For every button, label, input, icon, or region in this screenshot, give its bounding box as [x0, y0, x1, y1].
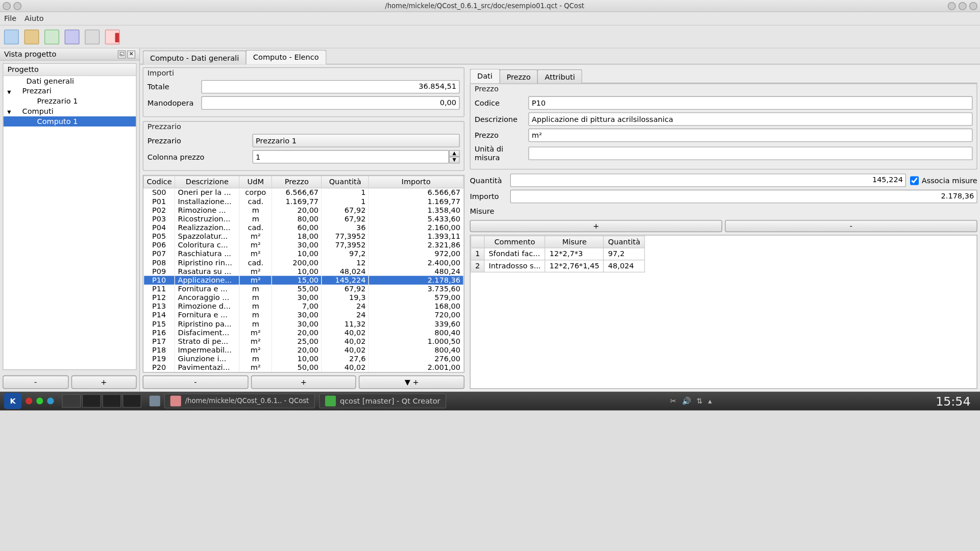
input-codice[interactable]	[528, 96, 972, 110]
table-row[interactable]: P01Installazione...cad.1.169,7711.169,77	[144, 197, 463, 206]
table-row[interactable]: P19Giunzione i...m10,0027,6276,00	[144, 355, 463, 363]
tree-item-prezzario1[interactable]: Prezzario 1	[4, 96, 136, 107]
exit-icon[interactable]	[105, 29, 120, 44]
col-importo[interactable]: Importo	[369, 176, 463, 188]
col-quantita[interactable]: Quantità	[322, 176, 369, 188]
menu-help[interactable]: Aiuto	[24, 14, 44, 23]
taskbar: K /home/mickele/QCost_0.6.1.. - QCost qc…	[0, 391, 980, 410]
open-icon[interactable]	[24, 29, 39, 44]
spin-up-icon[interactable]: ▲	[449, 150, 460, 157]
row-add-button[interactable]: +	[251, 375, 356, 389]
misure-row[interactable]: 2Intradosso s...12*2,76*1,4548,024	[471, 260, 644, 272]
label-prezzario: Prezzario	[148, 136, 249, 145]
misure-table[interactable]: Commento Misure Quantità 1Sfondati fac..…	[470, 235, 977, 389]
col-prezzo[interactable]: Prezzo	[272, 176, 322, 188]
menubar: File Aiuto	[0, 12, 980, 26]
col-codice[interactable]: Codice	[144, 176, 175, 188]
checkbox-associa-misure[interactable]	[910, 176, 919, 185]
table-row[interactable]: P20Pavimentazi...m²50,0040,022.001,00	[144, 363, 463, 372]
show-desktop-icon[interactable]	[150, 395, 160, 406]
row-remove-button[interactable]: -	[143, 375, 249, 389]
spin-down-icon[interactable]: ▼	[449, 157, 460, 163]
taskbar-clock[interactable]: 15:54	[936, 394, 976, 408]
spin-colonna-prezzo[interactable]	[253, 150, 449, 163]
taskbar-app-qcost[interactable]: /home/mickele/QCost_0.6.1.. - QCost	[164, 393, 315, 408]
activity-green-icon[interactable]	[36, 397, 43, 404]
table-row[interactable]: P14Fornitura e ...m30,0024720,00	[144, 311, 463, 319]
tab-dati[interactable]: Dati	[470, 69, 500, 84]
table-row[interactable]: P18Impermeabil...m²20,0040,02800,40	[144, 346, 463, 355]
misure-row[interactable]: 1Sfondati fac...12*2,7*397,2	[471, 248, 644, 260]
dock-close-button[interactable]: ✕	[127, 50, 135, 58]
window-min-button[interactable]	[13, 2, 21, 10]
new-icon[interactable]	[4, 29, 19, 44]
tab-prezzo[interactable]: Prezzo	[499, 69, 538, 84]
dock-float-button[interactable]: ◱	[118, 50, 126, 58]
tree-item-computi[interactable]: ▾Computi	[4, 106, 136, 116]
table-row[interactable]: P03Ricostruzion...m80,0067,925.433,60	[144, 215, 463, 223]
group-importi: Importi Totale 36.854,51 Manodopera 0,00	[143, 67, 464, 117]
misure-remove-button[interactable]: -	[725, 220, 977, 232]
window-close-button[interactable]	[3, 2, 11, 10]
input-prezzo[interactable]	[528, 129, 972, 142]
window-button[interactable]	[959, 2, 967, 10]
taskbar-app-qtcreator[interactable]: qcost [master] - Qt Creator	[319, 393, 446, 408]
items-table[interactable]: Codice Descrizione UdM Prezzo Quantità I…	[143, 175, 464, 373]
label-misure: Misure	[470, 206, 977, 217]
tray-scissors-icon[interactable]: ✂	[670, 396, 676, 405]
table-row[interactable]: P11Fornitura e ...m55,0067,923.735,60	[144, 285, 463, 293]
table-row[interactable]: P05Spazzolatur...m²18,0077,39521.393,11	[144, 232, 463, 241]
table-row[interactable]: P10Applicazione...m²15,00145,2242.178,36	[144, 276, 463, 285]
tab-elenco[interactable]: Computo - Elenco	[246, 50, 326, 65]
tree-item-dati-generali[interactable]: Dati generali	[4, 76, 136, 86]
menu-file[interactable]: File	[4, 14, 16, 23]
tray-volume-icon[interactable]: 🔊	[682, 396, 691, 405]
table-row[interactable]: P17Strato di pe...m²25,0040,021.000,50	[144, 337, 463, 346]
expand-icon[interactable]: ▾	[6, 87, 12, 96]
tree-item-prezzari[interactable]: ▾Prezzari	[4, 86, 136, 96]
tree-remove-button[interactable]: -	[3, 375, 68, 389]
tray-network-icon[interactable]: ⇅	[697, 396, 703, 405]
field-importo: 2.178,36	[510, 190, 977, 203]
window-button[interactable]	[969, 2, 977, 10]
table-row[interactable]: P04Realizzazion...cad.60,00362.160,00	[144, 223, 463, 232]
desktop-pager[interactable]	[62, 394, 141, 408]
table-row[interactable]: P07Raschiatura ...m²10,0097,2972,00	[144, 249, 463, 258]
input-descrizione[interactable]	[528, 112, 972, 126]
import-icon[interactable]	[44, 29, 59, 44]
table-row[interactable]: P13Rimozione d...m7,0024168,00	[144, 302, 463, 311]
col-descrizione[interactable]: Descrizione	[175, 176, 240, 188]
print-icon[interactable]	[85, 29, 100, 44]
window-button[interactable]	[948, 2, 956, 10]
table-row[interactable]: P06Coloritura c...m²30,0077,39522.321,86	[144, 241, 463, 249]
col-mqta[interactable]: Quantità	[604, 236, 645, 248]
activity-red-icon[interactable]	[26, 397, 32, 404]
table-row[interactable]: P16Disfaciment...m²20,0040,02800,40	[144, 329, 463, 337]
app-icon	[325, 395, 336, 406]
table-row[interactable]: P15Ripristino pa...m30,0011,32339,60	[144, 319, 463, 328]
table-row[interactable]: P09Rasatura su ...m²10,0048,024480,24	[144, 267, 463, 276]
label-colonna-prezzo: Colonna prezzo	[148, 153, 249, 161]
project-tree[interactable]: Progetto Dati generali ▾Prezzari Prezzar…	[3, 63, 136, 370]
select-prezzario[interactable]: Prezzario 1	[253, 134, 460, 147]
tree-add-button[interactable]: +	[71, 375, 137, 389]
misure-add-button[interactable]: +	[470, 220, 722, 232]
col-misure[interactable]: Misure	[545, 236, 604, 248]
table-row[interactable]: P02Rimozione ...m20,0067,921.358,40	[144, 206, 463, 215]
tray-more-icon[interactable]: ▴	[708, 396, 712, 405]
label-unita-misura: Unità di misura	[475, 145, 525, 162]
col-commento[interactable]: Commento	[484, 236, 545, 248]
row-duplicate-button[interactable]: ▼ +	[359, 375, 464, 389]
table-row[interactable]: S00Oneri per la ...corpo6.566,6716.566,6…	[144, 188, 463, 197]
tree-item-computo1[interactable]: Computo 1	[4, 116, 136, 127]
table-row[interactable]: P12Ancoraggio ...m30,0019,3579,00	[144, 293, 463, 302]
table-row[interactable]: P08Ripristino rin...cad.200,00122.400,00	[144, 258, 463, 267]
save-icon[interactable]	[65, 29, 80, 44]
tab-attributi[interactable]: Attributi	[537, 69, 582, 84]
expand-icon[interactable]: ▾	[6, 108, 12, 116]
tab-dati-generali[interactable]: Computo - Dati generali	[143, 51, 247, 65]
kde-menu-icon[interactable]: K	[4, 393, 21, 409]
input-unita-misura[interactable]	[528, 146, 972, 160]
col-udm[interactable]: UdM	[239, 176, 272, 188]
activity-blue-icon[interactable]	[47, 397, 54, 404]
